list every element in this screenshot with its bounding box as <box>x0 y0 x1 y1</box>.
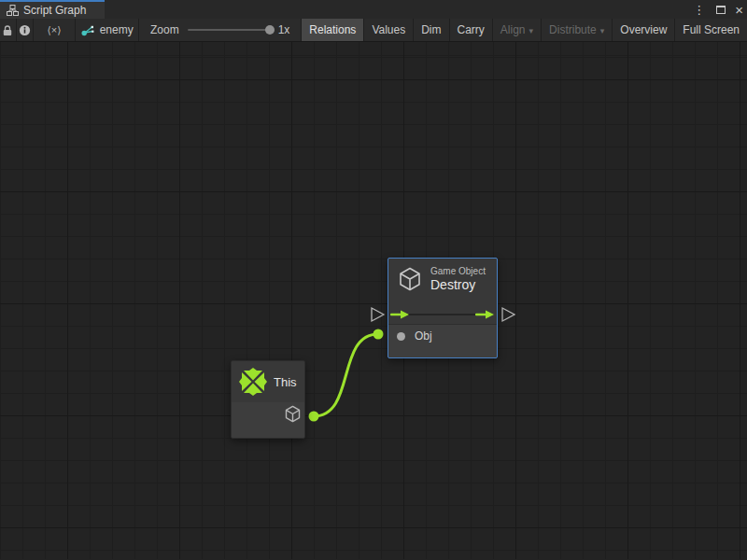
flow-output-arrow-icon[interactable] <box>475 311 494 319</box>
graph-toolbar: ⟨×⟩ enemy Zoom 1x Relations Values Dim <box>0 19 747 42</box>
lock-button[interactable] <box>0 19 17 41</box>
info-icon <box>19 24 31 36</box>
node-this-header: This <box>232 361 304 396</box>
chevron-down-icon: ▾ <box>529 26 534 35</box>
node-destroy[interactable]: Game Object Destroy Obj <box>388 258 498 358</box>
connection-end-dot[interactable] <box>374 329 384 340</box>
values-button[interactable]: Values <box>363 19 413 41</box>
node-subtitle: Game Object <box>430 265 486 277</box>
distribute-dropdown[interactable]: Distribute ▾ <box>541 19 612 41</box>
flow-input-arrow-icon[interactable] <box>390 311 409 319</box>
port-dot[interactable] <box>397 332 405 341</box>
tab-script-graph[interactable]: Script Graph <box>0 0 105 19</box>
gameobject-output-port[interactable] <box>283 404 303 424</box>
node-this[interactable]: This <box>231 360 305 439</box>
align-dropdown[interactable]: Align ▾ <box>492 19 541 41</box>
chevron-down-icon: ▾ <box>600 26 605 35</box>
zoom-slider[interactable] <box>188 29 270 31</box>
cube-icon <box>396 265 424 293</box>
port-label: Obj <box>415 329 432 343</box>
flow-output-triangle-icon[interactable] <box>502 308 514 321</box>
carry-button[interactable]: Carry <box>449 19 492 41</box>
script-graph-icon <box>7 5 19 16</box>
toolbar-buttons: Relations Values Dim Carry Align ▾ Distr… <box>301 19 747 41</box>
graph-canvas[interactable]: Game Object Destroy Obj <box>0 42 747 559</box>
zoom-slider-handle[interactable] <box>265 25 275 35</box>
zoom-control: Zoom 1x <box>139 19 301 41</box>
connection-wire[interactable] <box>314 334 378 416</box>
graph-node-icon <box>81 24 94 36</box>
lock-icon <box>2 24 13 36</box>
flow-ports-row <box>388 307 497 322</box>
dim-button[interactable]: Dim <box>413 19 448 41</box>
obj-input-port[interactable]: Obj <box>388 328 497 344</box>
zoom-label: Zoom <box>150 23 179 36</box>
overview-button[interactable]: Overview <box>612 19 674 41</box>
graph-breadcrumb[interactable]: enemy <box>76 19 139 41</box>
node-title: This <box>274 374 297 390</box>
connections-layer <box>0 42 747 559</box>
node-title: Destroy <box>430 277 486 293</box>
window-titlebar: Script Graph ⋮ × <box>0 0 747 19</box>
zoom-value: 1x <box>278 23 290 36</box>
tab-label: Script Graph <box>23 4 86 17</box>
fullscreen-button[interactable]: Full Screen <box>674 19 747 41</box>
maximize-icon[interactable] <box>716 6 726 14</box>
flow-input-triangle-icon[interactable] <box>372 308 384 321</box>
relations-button[interactable]: Relations <box>301 19 363 41</box>
connection-start-dot[interactable] <box>309 412 319 422</box>
graph-name-label: enemy <box>100 23 134 36</box>
code-view-icon: ⟨×⟩ <box>48 24 62 36</box>
code-view-button[interactable]: ⟨×⟩ <box>34 19 77 41</box>
window-menu-icon[interactable]: ⋮ <box>691 4 707 16</box>
relation-line <box>408 314 478 315</box>
close-icon[interactable]: × <box>735 3 743 17</box>
this-arrows-icon <box>239 368 267 396</box>
info-button[interactable] <box>17 19 34 41</box>
node-destroy-header: Game Object Destroy <box>388 259 497 293</box>
